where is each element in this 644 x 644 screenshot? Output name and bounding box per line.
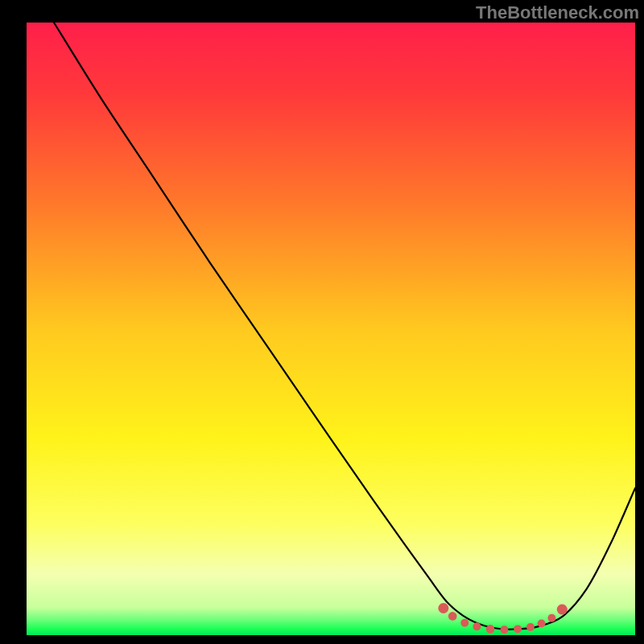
chart-container: TheBottleneck.com	[0, 0, 644, 644]
curve-marker	[473, 622, 481, 630]
curve-marker	[486, 625, 495, 634]
curve-marker	[538, 620, 546, 628]
curve-marker	[500, 625, 508, 634]
attribution-label: TheBottleneck.com	[476, 2, 639, 23]
curve-marker	[460, 619, 469, 627]
curve-marker	[448, 612, 457, 621]
curve-marker	[438, 603, 448, 613]
curve-marker	[514, 625, 522, 633]
bottleneck-chart	[0, 0, 644, 644]
curve-marker	[557, 605, 568, 615]
curve-marker	[526, 623, 535, 631]
curve-marker	[547, 614, 555, 622]
gradient-background	[27, 23, 635, 635]
